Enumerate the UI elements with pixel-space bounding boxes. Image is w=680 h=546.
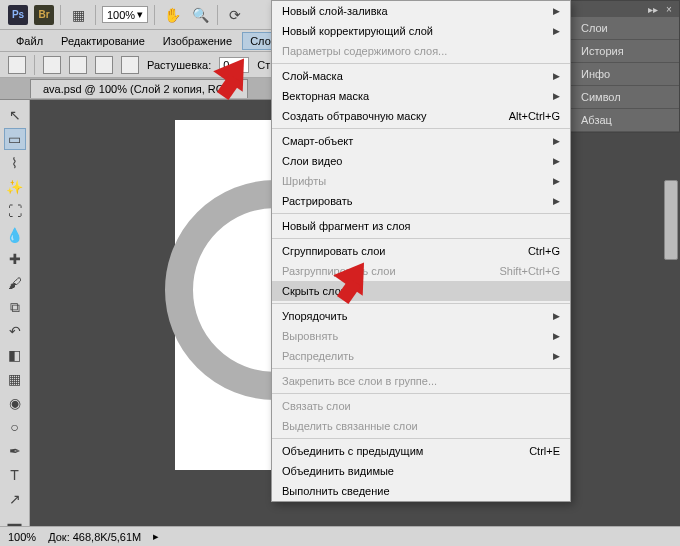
- label: Слой-маска: [282, 70, 343, 82]
- label: Слои видео: [282, 155, 342, 167]
- menu-smart-object[interactable]: Смарт-объект▶: [272, 131, 570, 151]
- menu-hide-layers[interactable]: Скрыть слои: [272, 281, 570, 301]
- menu-separator: [272, 213, 570, 214]
- panel-tab-symbol[interactable]: Символ: [571, 86, 679, 109]
- panel-close-icon[interactable]: ×: [663, 3, 675, 15]
- menu-clipping-mask[interactable]: Создать обтравочную маскуAlt+Ctrl+G: [272, 106, 570, 126]
- selection-mode-add[interactable]: [69, 56, 87, 74]
- submenu-arrow-icon: ▶: [553, 71, 560, 81]
- marquee-tool[interactable]: ▭: [4, 128, 26, 150]
- label: Новый корректирующий слой: [282, 25, 433, 37]
- eyedropper-tool[interactable]: 💧: [4, 224, 26, 246]
- menu-flatten[interactable]: Выполнить сведение: [272, 481, 570, 501]
- selection-mode-new[interactable]: [43, 56, 61, 74]
- menu-video-layers[interactable]: Слои видео▶: [272, 151, 570, 171]
- panel-tab-layers[interactable]: Слои: [571, 17, 679, 40]
- menu-separator: [272, 238, 570, 239]
- layers-dropdown: Новый слой-заливка▶ Новый корректирующий…: [271, 0, 571, 502]
- gradient-tool[interactable]: ▦: [4, 368, 26, 390]
- menu-ungroup: Разгруппировать слоиShift+Ctrl+G: [272, 261, 570, 281]
- label: Закрепить все слои в группе...: [282, 375, 437, 387]
- label: Векторная маска: [282, 90, 369, 102]
- label: Растрировать: [282, 195, 353, 207]
- document-tab[interactable]: ava.psd @ 100% (Слой 2 копия, RGB/: [30, 79, 248, 98]
- submenu-arrow-icon: ▶: [553, 91, 560, 101]
- style-label: Ст: [257, 59, 270, 71]
- submenu-arrow-icon: ▶: [553, 6, 560, 16]
- status-zoom[interactable]: 100%: [8, 531, 36, 543]
- br-icon[interactable]: Br: [34, 5, 54, 25]
- shortcut: Ctrl+G: [528, 245, 560, 257]
- menu-new-fill[interactable]: Новый слой-заливка▶: [272, 1, 570, 21]
- crop-tool[interactable]: ⛶: [4, 200, 26, 222]
- menu-rasterize[interactable]: Растрировать▶: [272, 191, 570, 211]
- dodge-tool[interactable]: ○: [4, 416, 26, 438]
- menu-separator: [272, 368, 570, 369]
- submenu-arrow-icon: ▶: [553, 196, 560, 206]
- menu-edit[interactable]: Редактирование: [53, 32, 153, 50]
- submenu-arrow-icon: ▶: [553, 156, 560, 166]
- lasso-tool[interactable]: ⌇: [4, 152, 26, 174]
- zoom-level[interactable]: 100% ▾: [102, 6, 148, 23]
- scrollbar-thumb[interactable]: [664, 180, 678, 260]
- menu-merge-prev[interactable]: Объединить с предыдущимCtrl+E: [272, 441, 570, 461]
- menu-select-linked: Выделить связанные слои: [272, 416, 570, 436]
- menu-separator: [272, 393, 570, 394]
- rotate-icon[interactable]: ⟳: [224, 4, 246, 26]
- panel-tab-info[interactable]: Инфо: [571, 63, 679, 86]
- label: Смарт-объект: [282, 135, 353, 147]
- history-brush-tool[interactable]: ↶: [4, 320, 26, 342]
- move-tool[interactable]: ↖: [4, 104, 26, 126]
- label: Объединить видимые: [282, 465, 394, 477]
- zoom-icon[interactable]: 🔍: [189, 4, 211, 26]
- wand-tool[interactable]: ✨: [4, 176, 26, 198]
- menu-image[interactable]: Изображение: [155, 32, 240, 50]
- menu-new-adjust[interactable]: Новый корректирующий слой▶: [272, 21, 570, 41]
- label: Новый слой-заливка: [282, 5, 388, 17]
- label: Параметры содержимого слоя...: [282, 45, 447, 57]
- menu-link: Связать слои: [272, 396, 570, 416]
- separator: [34, 55, 35, 75]
- grid-icon[interactable]: ▦: [67, 4, 89, 26]
- path-tool[interactable]: ↗: [4, 488, 26, 510]
- heal-tool[interactable]: ✚: [4, 248, 26, 270]
- zoom-value: 100%: [107, 9, 135, 21]
- menu-lock-all: Закрепить все слои в группе...: [272, 371, 570, 391]
- panel-tab-paragraph[interactable]: Абзац: [571, 109, 679, 132]
- stamp-tool[interactable]: ⧉: [4, 296, 26, 318]
- selection-mode-subtract[interactable]: [95, 56, 113, 74]
- status-bar: 100% Док: 468,8K/5,61M ▸: [0, 526, 680, 546]
- menu-group[interactable]: Сгруппировать слоиCtrl+G: [272, 241, 570, 261]
- menu-separator: [272, 438, 570, 439]
- separator: [60, 5, 61, 25]
- pen-tool[interactable]: ✒: [4, 440, 26, 462]
- brush-tool[interactable]: 🖌: [4, 272, 26, 294]
- panel-tab-history[interactable]: История: [571, 40, 679, 63]
- panel-collapse-icon[interactable]: ▸▸: [647, 3, 659, 15]
- marquee-icon[interactable]: [8, 56, 26, 74]
- menu-new-fragment[interactable]: Новый фрагмент из слоя: [272, 216, 570, 236]
- ps-icon[interactable]: Ps: [8, 5, 28, 25]
- menu-vector-mask[interactable]: Векторная маска▶: [272, 86, 570, 106]
- shortcut: Alt+Ctrl+G: [509, 110, 560, 122]
- submenu-arrow-icon: ▶: [553, 136, 560, 146]
- submenu-arrow-icon: ▶: [553, 176, 560, 186]
- label: Выровнять: [282, 330, 338, 342]
- submenu-arrow-icon: ▶: [553, 311, 560, 321]
- blur-tool[interactable]: ◉: [4, 392, 26, 414]
- menu-layer-mask[interactable]: Слой-маска▶: [272, 66, 570, 86]
- hand-icon[interactable]: ✋: [161, 4, 183, 26]
- separator: [95, 5, 96, 25]
- menu-file[interactable]: Файл: [8, 32, 51, 50]
- menu-arrange[interactable]: Упорядочить▶: [272, 306, 570, 326]
- menu-merge-visible[interactable]: Объединить видимые: [272, 461, 570, 481]
- separator: [154, 5, 155, 25]
- panel-group: ▸▸ × Слои История Инфо Символ Абзац: [570, 0, 680, 133]
- shortcut: Ctrl+E: [529, 445, 560, 457]
- chevron-right-icon[interactable]: ▸: [153, 530, 159, 543]
- eraser-tool[interactable]: ◧: [4, 344, 26, 366]
- menu-separator: [272, 303, 570, 304]
- label: Упорядочить: [282, 310, 347, 322]
- type-tool[interactable]: T: [4, 464, 26, 486]
- selection-mode-intersect[interactable]: [121, 56, 139, 74]
